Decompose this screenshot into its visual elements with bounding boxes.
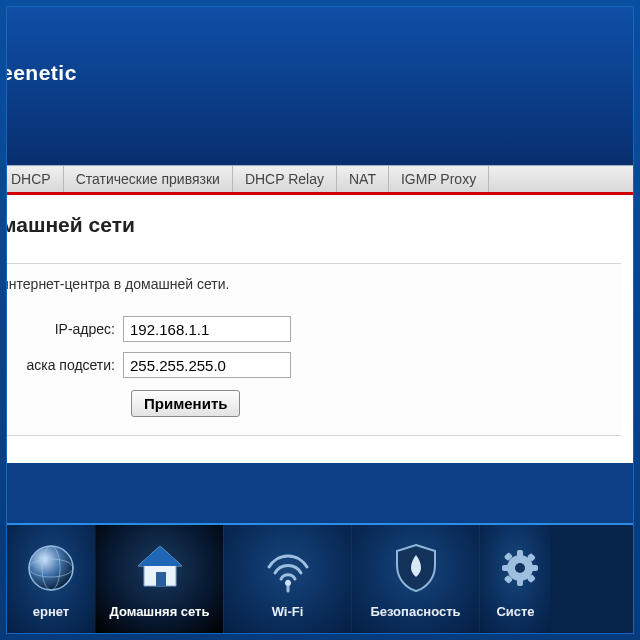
shield-icon [388, 540, 444, 596]
svg-rect-10 [517, 578, 523, 586]
row-mask: аска подсети: [7, 352, 621, 378]
label-mask: аска подсети: [6, 357, 123, 373]
header: eenetic [7, 7, 633, 165]
svg-rect-12 [530, 565, 538, 571]
nav-label-wifi: Wi-Fi [272, 604, 304, 619]
home-icon [132, 540, 188, 596]
svg-point-0 [29, 546, 73, 590]
tab-dhcp[interactable]: DHCP [7, 166, 64, 192]
tabs-row: DHCP Статические привязки DHCP Relay NAT… [7, 165, 633, 195]
nav-home-network[interactable]: Домашняя сеть [95, 525, 223, 633]
help-text: интернет-центра в домашней сети. [6, 276, 621, 292]
label-ip: IP-адрес: [6, 321, 123, 337]
nav-system[interactable]: Систе [479, 525, 551, 633]
form-section: интернет-центра в домашней сети. IP-адре… [7, 263, 621, 436]
svg-point-17 [515, 563, 525, 573]
wifi-icon [260, 540, 316, 596]
bottom-nav: ернет Домашняя сеть [7, 523, 633, 633]
row-ip: IP-адрес: [7, 316, 621, 342]
nav-label-security: Безопасность [370, 604, 460, 619]
tab-nat[interactable]: NAT [337, 166, 389, 192]
nav-label-internet: ернет [33, 604, 69, 619]
page-title: машней сети [6, 213, 621, 237]
input-mask[interactable] [123, 352, 291, 378]
nav-security[interactable]: Безопасность [351, 525, 479, 633]
globe-icon [23, 540, 79, 596]
svg-rect-9 [517, 550, 523, 558]
nav-label-system: Систе [496, 604, 534, 619]
brand-title: eenetic [6, 61, 77, 85]
input-ip[interactable] [123, 316, 291, 342]
tab-static-bindings[interactable]: Статические привязки [64, 166, 233, 192]
svg-point-7 [285, 580, 291, 586]
apply-button[interactable]: Применить [131, 390, 240, 417]
svg-marker-4 [138, 546, 182, 566]
svg-rect-11 [502, 565, 510, 571]
gear-icon [488, 540, 544, 596]
nav-wifi[interactable]: Wi-Fi [223, 525, 351, 633]
nav-internet[interactable]: ернет [7, 525, 95, 633]
content-area: машней сети интернет-центра в домашней с… [7, 195, 633, 463]
tab-dhcp-relay[interactable]: DHCP Relay [233, 166, 337, 192]
svg-rect-5 [156, 572, 166, 586]
nav-label-home: Домашняя сеть [110, 604, 210, 619]
tab-igmp-proxy[interactable]: IGMP Proxy [389, 166, 489, 192]
